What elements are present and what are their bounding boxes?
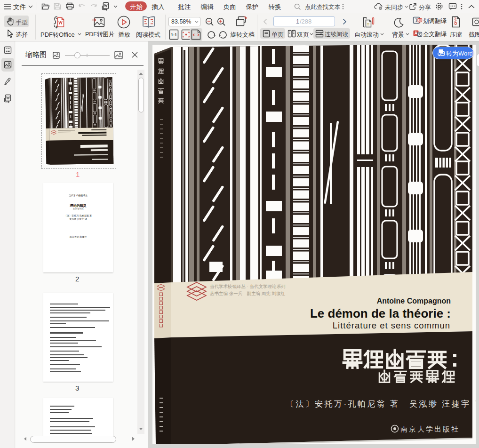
svg-text:Antoine Compagnon: Antoine Compagnon — [377, 297, 451, 305]
svg-text:当代学术棱镜译丛 · 当代文学理论系列: 当代学术棱镜译丛 · 当代文学理论系列 — [210, 284, 285, 289]
svg-text:Littérature et sens commun: Littérature et sens commun — [333, 320, 450, 330]
svg-text:〔法〕安托万·孔帕尼翁 著 吴泓缈 汪捷宇 译: 〔法〕安托万·孔帕尼翁 著 吴泓缈 汪捷宇 译 — [286, 400, 479, 408]
svg-text:1:1: 1:1 — [171, 32, 177, 37]
svg-text:南京大学出版社: 南京大学出版社 — [400, 425, 460, 433]
svg-text:丛书主编 张一兵 副主编 周宪 刘绂红: 丛书主编 张一兵 副主编 周宪 刘绂红 — [210, 291, 285, 296]
svg-text:Le démon de la théorie :: Le démon de la théorie : — [310, 306, 451, 320]
